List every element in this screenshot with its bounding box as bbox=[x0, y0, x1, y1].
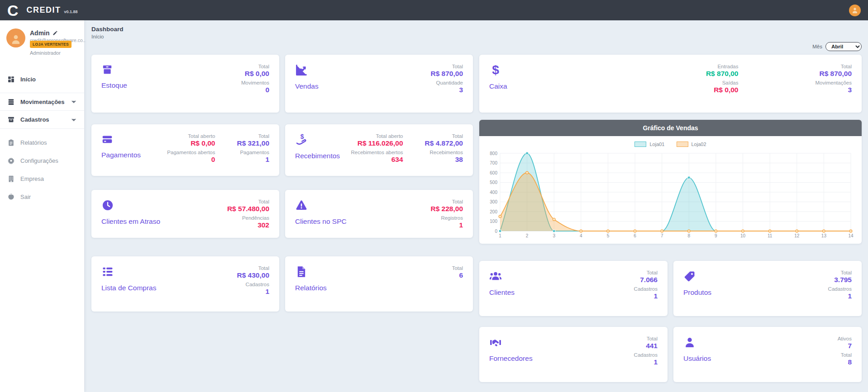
card-pagamentos[interactable]: Pagamentos Total aberto R$ 0,00 Pagament… bbox=[91, 124, 279, 176]
sidebar-item-movimentacoes[interactable]: Movimentações bbox=[0, 93, 84, 111]
sidebar-item-configuracoes[interactable]: Configurações bbox=[0, 151, 84, 170]
card-vendas[interactable]: Vendas Total R$ 870,00 Quantidade 3 bbox=[285, 55, 473, 113]
stat-label: Entradas bbox=[706, 64, 739, 69]
legend-swatch bbox=[677, 142, 688, 147]
stat-value: 6 bbox=[452, 271, 463, 279]
stat-value: 3 bbox=[815, 86, 852, 94]
svg-text:1: 1 bbox=[499, 233, 501, 238]
avatar-person-icon bbox=[10, 33, 22, 45]
sidebar-item-empresa[interactable]: Empresa bbox=[0, 170, 84, 188]
stat-label: Pagamentos abertos bbox=[167, 150, 215, 155]
stat-value: R$ 57.480,00 bbox=[227, 205, 269, 213]
card-title[interactable]: Usuários bbox=[683, 354, 711, 363]
chart-body: Loja01 Loja02 01002003004005006007008001… bbox=[479, 136, 862, 244]
month-label: Mês bbox=[812, 44, 822, 49]
sales-area-chart: 0100200300400500600700800123456789101112… bbox=[486, 150, 855, 240]
stat-label: Total bbox=[634, 270, 658, 275]
card-title[interactable]: Fornecedores bbox=[489, 354, 533, 363]
stat-label: Total bbox=[237, 265, 269, 271]
card-title[interactable]: Clientes no SPC bbox=[295, 217, 347, 226]
profile-role: Administrador bbox=[30, 50, 78, 56]
edit-profile-icon[interactable] bbox=[52, 30, 58, 36]
svg-text:14: 14 bbox=[848, 233, 854, 238]
stat-label: Total bbox=[430, 199, 463, 204]
legend-item-loja02[interactable]: Loja02 bbox=[677, 142, 706, 147]
card-relatorios[interactable]: Relatórios Total 6 bbox=[285, 256, 473, 312]
card-title[interactable]: Recebimentos bbox=[295, 152, 340, 160]
grid-icon bbox=[7, 76, 15, 83]
card-title[interactable]: Clientes em Atraso bbox=[101, 217, 160, 226]
clipboard-icon bbox=[7, 139, 15, 146]
card-estoque[interactable]: Estoque Total R$ 0,00 Movimentos 0 bbox=[91, 55, 279, 113]
card-title[interactable]: Produtos bbox=[683, 288, 711, 297]
stat-label: Recebimentos abertos bbox=[351, 150, 403, 155]
card-recebimentos[interactable]: $ Recebimentos Total aberto R$ 116.026,0… bbox=[285, 124, 473, 176]
sidebar-item-label: Configurações bbox=[20, 157, 58, 164]
stat-value: 634 bbox=[351, 156, 403, 164]
sidebar-item-relatorios[interactable]: Relatórios bbox=[0, 133, 84, 151]
sidebar-nav: Início Movimentações Cadastros Relatório… bbox=[0, 70, 84, 206]
legend-label: Loja01 bbox=[649, 142, 664, 147]
card-title[interactable]: Clientes bbox=[489, 288, 515, 297]
card-clientes-no-spc[interactable]: Clientes no SPC Total R$ 228,00 Registro… bbox=[285, 190, 473, 238]
stat-label: Movimentações bbox=[815, 80, 852, 85]
stat-label: Total aberto bbox=[351, 133, 403, 139]
chevron-down-icon bbox=[71, 117, 77, 123]
sidebar-item-label: Cadastros bbox=[20, 116, 49, 123]
breadcrumb: Início bbox=[91, 34, 862, 39]
card-lista-de-compras[interactable]: Lista de Compras Total R$ 430,00 Cadastr… bbox=[91, 256, 279, 312]
sidebar-item-cadastros[interactable]: Cadastros bbox=[0, 111, 84, 129]
card-caixa[interactable]: $ Caixa Entradas R$ 870,00 Saídas R$ 0,0… bbox=[479, 55, 862, 113]
card-title[interactable]: Relatórios bbox=[295, 284, 327, 292]
handshake-icon bbox=[489, 336, 502, 349]
app: C CREDIT v0.1.88 Admin credit@anronsoftw… bbox=[0, 0, 868, 392]
sidebar-item-label: Empresa bbox=[20, 175, 44, 182]
sidebar-item-sair[interactable]: Sair bbox=[0, 188, 84, 206]
sidebar-item-inicio[interactable]: Início bbox=[0, 70, 84, 88]
card-title[interactable]: Estoque bbox=[101, 81, 127, 90]
clock-icon bbox=[101, 199, 114, 212]
stat-label: Total bbox=[815, 64, 852, 69]
svg-text:9: 9 bbox=[715, 233, 717, 238]
chart-legend: Loja01 Loja02 bbox=[486, 142, 855, 147]
svg-text:$: $ bbox=[300, 133, 304, 140]
month-filter-row: Mês Abril bbox=[84, 39, 868, 55]
stat-label: Cadastros bbox=[828, 286, 852, 292]
user-menu-button[interactable] bbox=[849, 5, 861, 16]
stat-label: Saídas bbox=[706, 80, 739, 85]
page-title: Dashboard bbox=[91, 26, 862, 33]
svg-text:300: 300 bbox=[490, 199, 497, 204]
svg-text:12: 12 bbox=[794, 233, 800, 238]
card-title[interactable]: Vendas bbox=[295, 82, 319, 90]
svg-text:6: 6 bbox=[634, 233, 636, 238]
card-clientes-em-atraso[interactable]: Clientes em Atraso Total R$ 57.480,00 Pe… bbox=[91, 190, 279, 238]
svg-text:600: 600 bbox=[490, 170, 497, 175]
card-title[interactable]: Pagamentos bbox=[101, 151, 141, 159]
card-clientes[interactable]: Clientes Total 7.066 Cadastros 1 bbox=[479, 261, 668, 316]
stat-label: Pagamentos bbox=[237, 150, 269, 155]
svg-text:100: 100 bbox=[490, 219, 497, 224]
document-icon bbox=[295, 265, 308, 278]
main-area: Dashboard Início Mês Abril Estoque bbox=[84, 20, 868, 392]
card-produtos[interactable]: Produtos Total 3.795 Cadastros 1 bbox=[673, 261, 862, 316]
stat-value: 1 bbox=[634, 292, 658, 300]
card-title[interactable]: Lista de Compras bbox=[101, 284, 156, 292]
power-icon bbox=[7, 193, 15, 201]
stat-value: R$ 116.026,00 bbox=[351, 139, 403, 147]
card-usuarios[interactable]: Usuários Ativos 7 Total 8 bbox=[673, 327, 862, 382]
legend-item-loja01[interactable]: Loja01 bbox=[634, 142, 664, 147]
profile-avatar[interactable] bbox=[6, 28, 25, 47]
users-group-icon bbox=[489, 270, 502, 283]
app-logo: C bbox=[7, 3, 19, 18]
stat-value: 7.066 bbox=[634, 276, 658, 284]
stat-label: Total bbox=[430, 64, 463, 69]
svg-text:0: 0 bbox=[495, 229, 497, 234]
card-title[interactable]: Caixa bbox=[489, 82, 507, 90]
month-select[interactable]: Abril bbox=[825, 42, 862, 51]
card-fornecedores[interactable]: Fornecedores Total 441 Cadastros 1 bbox=[479, 327, 668, 382]
stat-label: Recebimentos bbox=[425, 150, 463, 155]
profile-name: Admin bbox=[30, 29, 50, 37]
sidebar-item-label: Movimentações bbox=[20, 99, 65, 105]
stat-label: Total bbox=[227, 199, 269, 204]
svg-text:7: 7 bbox=[661, 233, 663, 238]
